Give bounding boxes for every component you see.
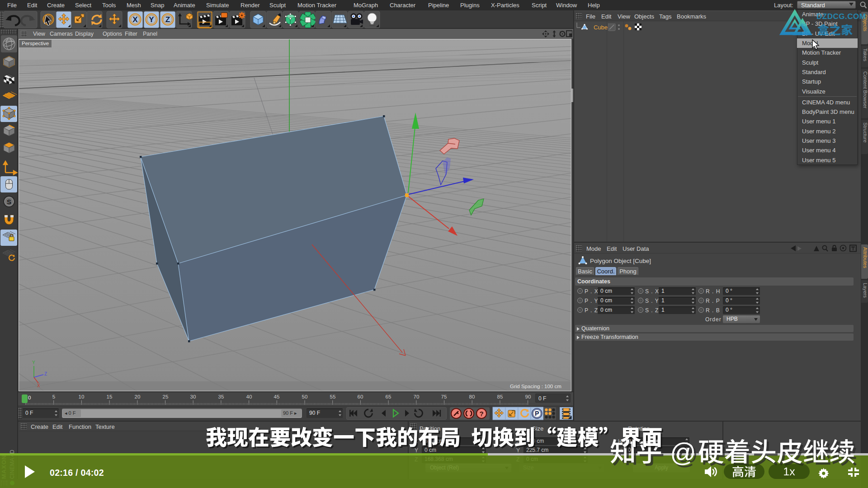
svg-text:Z: Z — [44, 371, 47, 376]
svg-text:X: X — [37, 383, 40, 388]
svg-text:DZDCG.COM: DZDCG.COM — [816, 12, 866, 21]
svg-text:Y: Y — [32, 360, 35, 365]
svg-text:Z: Z — [165, 15, 170, 24]
svg-text:P: P — [535, 410, 539, 417]
svg-text:Y: Y — [149, 15, 154, 24]
svg-text:S: S — [7, 198, 11, 206]
svg-text:X: X — [132, 15, 138, 24]
